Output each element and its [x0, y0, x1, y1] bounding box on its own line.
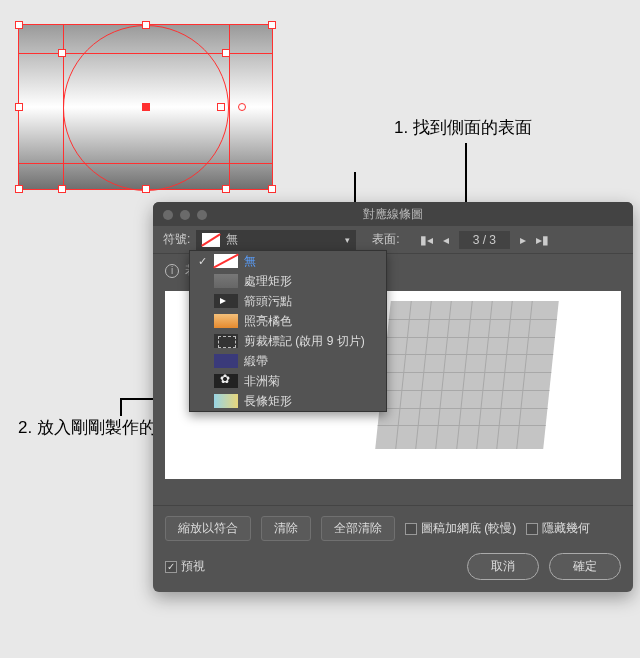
symbol-label: 符號: — [163, 231, 190, 248]
annotation-2-arrow-v — [120, 398, 122, 416]
symbol-dropdown-menu: ✓無處理矩形箭頭污點照亮橘色剪裁標記 (啟用 9 切片)緞帶非洲菊長條矩形 — [189, 250, 387, 412]
dialog-title: 對應線條圖 — [363, 207, 423, 221]
symbol-option-label: 剪裁標記 (啟用 9 切片) — [244, 333, 365, 350]
symbol-option-4[interactable]: 剪裁標記 (啟用 9 切片) — [190, 331, 386, 351]
next-surface-button[interactable]: ▸ — [520, 233, 526, 247]
chevron-down-icon: ▾ — [345, 235, 350, 245]
first-surface-button[interactable]: ▮◂ — [420, 233, 433, 247]
info-icon: i — [165, 264, 179, 278]
symbol-option-1[interactable]: 處理矩形 — [190, 271, 386, 291]
surface-count: 3 / 3 — [459, 231, 510, 249]
symbol-thumb-icon — [214, 314, 238, 328]
symbol-option-0[interactable]: ✓無 — [190, 251, 386, 271]
symbol-option-label: 照亮橘色 — [244, 313, 292, 330]
clear-button[interactable]: 清除 — [261, 516, 311, 541]
minimize-icon[interactable] — [180, 210, 190, 220]
surface-label: 表面: — [372, 231, 399, 248]
symbol-thumb-icon — [214, 294, 238, 308]
symbol-option-label: 處理矩形 — [244, 273, 292, 290]
hide-geometry-checkbox[interactable]: 隱藏幾何 — [526, 520, 590, 537]
dialog-titlebar[interactable]: 對應線條圖 — [153, 202, 633, 226]
symbol-thumb-icon — [214, 374, 238, 388]
fit-button[interactable]: 縮放以符合 — [165, 516, 251, 541]
symbol-value: 無 — [226, 231, 238, 248]
symbol-option-label: 長條矩形 — [244, 393, 292, 410]
canvas-object-cylinder[interactable] — [18, 24, 273, 190]
cancel-button[interactable]: 取消 — [467, 553, 539, 580]
surface-navigator: ▮◂ ◂ 3 / 3 ▸ ▸▮ — [420, 231, 549, 249]
map-line-art-dialog: 對應線條圖 符號: 無 ▾ 表面: ▮◂ ◂ 3 / 3 ▸ ▸▮ i 若… 成… — [153, 202, 633, 592]
symbol-option-label: 非洲菊 — [244, 373, 280, 390]
symbol-option-6[interactable]: 非洲菊 — [190, 371, 386, 391]
symbol-option-label: 箭頭污點 — [244, 293, 292, 310]
prev-surface-button[interactable]: ◂ — [443, 233, 449, 247]
symbol-option-label: 緞帶 — [244, 353, 268, 370]
symbol-option-3[interactable]: 照亮橘色 — [190, 311, 386, 331]
window-traffic-lights[interactable] — [163, 210, 207, 220]
ok-button[interactable]: 確定 — [549, 553, 621, 580]
symbol-thumb-icon — [214, 274, 238, 288]
symbol-thumb-icon — [214, 354, 238, 368]
preview-checkbox[interactable]: 預視 — [165, 558, 205, 575]
dialog-footer: 縮放以符合 清除 全部清除 圖稿加網底 (較慢) 隱藏幾何 預視 取消 確定 — [153, 505, 633, 592]
clear-all-button[interactable]: 全部清除 — [321, 516, 395, 541]
symbol-option-7[interactable]: 長條矩形 — [190, 391, 386, 411]
symbol-thumb-icon — [214, 254, 238, 268]
check-icon: ✓ — [196, 255, 208, 268]
surface-3d-face — [375, 301, 559, 449]
annotation-1-label: 1. 找到側面的表面 — [394, 116, 532, 139]
zoom-icon[interactable] — [197, 210, 207, 220]
close-icon[interactable] — [163, 210, 173, 220]
wireframe-checkbox[interactable]: 圖稿加網底 (較慢) — [405, 520, 516, 537]
none-swatch-icon — [202, 233, 220, 247]
symbol-option-2[interactable]: 箭頭污點 — [190, 291, 386, 311]
last-surface-button[interactable]: ▸▮ — [536, 233, 549, 247]
symbol-option-label: 無 — [244, 253, 256, 270]
symbol-thumb-icon — [214, 394, 238, 408]
symbol-thumb-icon — [214, 334, 238, 348]
symbol-option-5[interactable]: 緞帶 — [190, 351, 386, 371]
symbol-dropdown-field[interactable]: 無 ▾ — [196, 230, 356, 250]
